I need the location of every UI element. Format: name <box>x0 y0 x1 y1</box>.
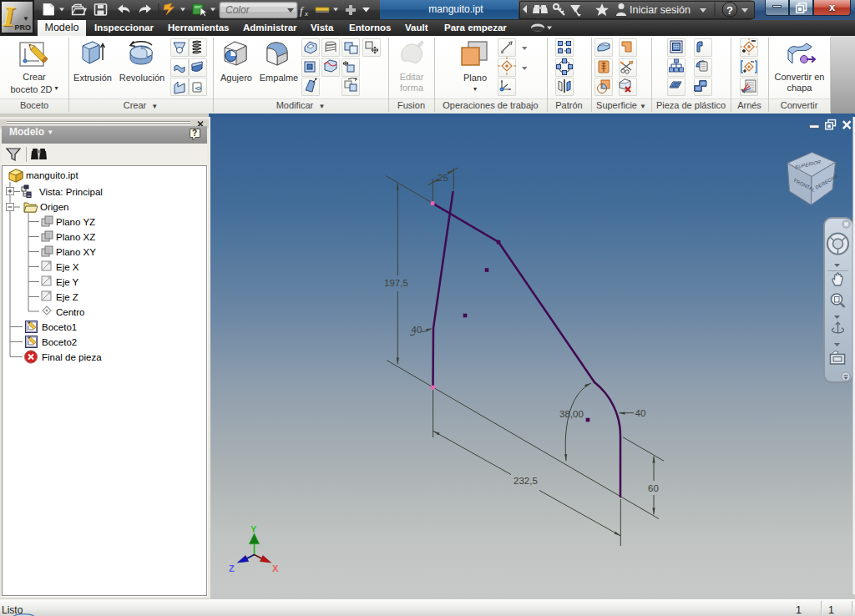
svg-text:?: ? <box>192 129 197 138</box>
svg-text:Boceto2: Boceto2 <box>42 337 77 347</box>
svg-text:Eje X: Eje X <box>56 262 79 272</box>
svg-text:40: 40 <box>635 408 646 418</box>
svg-text:Eje Y: Eje Y <box>56 277 79 287</box>
svg-text:60: 60 <box>648 483 659 493</box>
svg-text:25: 25 <box>438 173 448 183</box>
svg-text:Color: Color <box>225 4 250 16</box>
svg-text:Boceto1: Boceto1 <box>42 322 77 332</box>
svg-text:232,5: 232,5 <box>514 476 538 486</box>
svg-text:Centro: Centro <box>56 307 85 317</box>
svg-text:Plano YZ: Plano YZ <box>56 217 95 227</box>
svg-text:Iniciar sesión: Iniciar sesión <box>630 4 691 16</box>
svg-text:40: 40 <box>412 325 422 335</box>
svg-text:?: ? <box>726 4 733 17</box>
svg-text:Plano XZ: Plano XZ <box>56 232 95 242</box>
svg-text:38,00: 38,00 <box>559 409 584 419</box>
svg-text:manguito.ipt: manguito.ipt <box>26 170 78 180</box>
svg-text:Final de pieza: Final de pieza <box>42 352 102 362</box>
svg-text:x: x <box>304 9 308 18</box>
svg-text:X: X <box>272 563 279 573</box>
svg-text:197,5: 197,5 <box>384 278 408 288</box>
svg-text:Origen: Origen <box>40 202 69 212</box>
svg-text:Y: Y <box>250 524 257 534</box>
svg-text:Z: Z <box>229 563 235 573</box>
svg-text:Vista: Principal: Vista: Principal <box>39 187 103 197</box>
svg-text:Plano XY: Plano XY <box>56 247 96 257</box>
svg-text:Eje Z: Eje Z <box>56 292 78 302</box>
